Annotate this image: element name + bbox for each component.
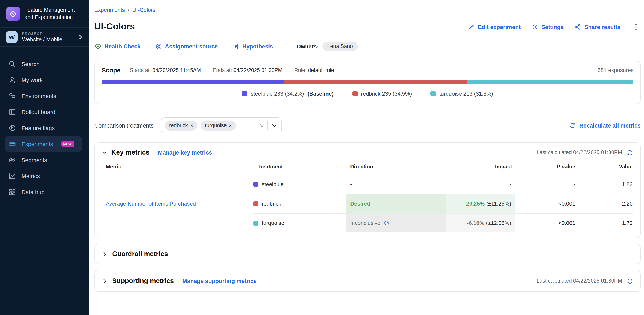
baseline-label: (Baseline) [308, 90, 334, 97]
chevron-right-icon [78, 34, 84, 40]
document-icon [232, 43, 240, 50]
header-actions: Edit experiment Settings Share results [468, 23, 641, 31]
owner-chip[interactable]: Lena Sano [322, 42, 358, 51]
scope-card: Scope Starts at: 04/20/2025 11:45AM Ends… [94, 61, 641, 104]
supporting-metrics-card: Supporting metrics Manage supporting met… [94, 270, 641, 292]
chip-redbrick[interactable]: redbrick× [165, 121, 198, 130]
treatment-cell-redbrick: redbrick [253, 194, 346, 213]
key-metrics-card: Key metrics Manage key metrics Last calc… [94, 142, 641, 238]
scope-ends: Ends at: 04/22/2025 01:30PM [213, 67, 282, 73]
brand-logo-icon [6, 6, 20, 21]
value-cell: 2.20 [579, 194, 634, 213]
sidebar-item-metrics[interactable]: Metrics [0, 168, 89, 184]
sidebar-item-experiments[interactable]: Experiments NEW [5, 136, 82, 152]
value-cell: 1.83 [579, 174, 634, 194]
hypothesis-link[interactable]: Hypothesis [232, 43, 273, 50]
sidebar-item-data-hub[interactable]: Data hub [0, 184, 89, 200]
grid-icon [8, 188, 16, 196]
people-icon [8, 156, 16, 164]
sidebar-item-rollout-board[interactable]: Rollout board [0, 104, 89, 120]
page-title: UI-Colors [94, 21, 135, 31]
share-results-button[interactable]: Share results [575, 23, 620, 30]
flag-icon [8, 124, 16, 132]
comparison-label: Comparison treatments [94, 122, 154, 129]
manage-supporting-metrics-link[interactable]: Manage supporting metrics [182, 278, 257, 284]
share-icon [575, 23, 582, 30]
breadcrumb-experiments[interactable]: Experiments [94, 7, 125, 13]
settings-button[interactable]: Settings [532, 23, 564, 30]
sidebar-nav: Search My work Environments Rollout boar… [0, 47, 89, 200]
scope-title: Scope [102, 66, 120, 74]
sidebar-item-segments[interactable]: Segments [0, 152, 89, 168]
project-avatar: W/ [6, 31, 18, 43]
remove-chip-icon[interactable]: × [190, 122, 193, 129]
exposure-distribution-bar [102, 80, 634, 84]
supporting-metrics-title: Supporting metrics [112, 277, 174, 285]
chevron-down-icon[interactable] [271, 122, 278, 129]
last-calculated-text: Last calculated 04/22/2025 01:30PM [536, 149, 622, 155]
chip-turquoise[interactable]: turquoise× [201, 121, 236, 130]
breadcrumb-current[interactable]: UI-Colors [132, 7, 156, 13]
sidebar-item-search[interactable]: Search [0, 56, 89, 72]
swatch-turquoise [430, 91, 436, 96]
assignment-source-link[interactable]: Assignment source [155, 43, 218, 50]
sidebar-item-environments[interactable]: Environments [0, 88, 89, 104]
p-value-cell: <0.001 [516, 213, 579, 233]
project-switcher[interactable]: W/ PROJECT Website / Mobile [0, 28, 89, 47]
health-check-link[interactable]: Health Check [94, 43, 140, 50]
scope-rule: Rule: default rule [294, 67, 334, 73]
heart-check-icon [94, 43, 102, 50]
user-icon [8, 76, 16, 84]
ruler-icon [8, 140, 16, 148]
refresh-icon[interactable] [626, 277, 634, 285]
recalculate-all-metrics-button[interactable]: Recalculate all metrics [569, 122, 641, 129]
key-metrics-title: Key metrics [111, 149, 150, 156]
edit-experiment-button[interactable]: Edit experiment [468, 23, 521, 30]
bar-segment-redbrick [284, 80, 467, 84]
refresh-icon[interactable] [626, 149, 634, 156]
comparison-row: Comparison treatments redbrick× turquois… [94, 117, 641, 133]
collapse-chevron-down-icon[interactable] [102, 149, 108, 156]
metric-name-cell: Average Number of Items Purchased [102, 174, 253, 233]
brand-header: Feature Management and Experimentation [0, 0, 89, 28]
value-cell: 1.72 [579, 213, 634, 233]
treatment-cell-steelblue: steelblue [253, 174, 346, 194]
question-circle-icon[interactable]: ? [383, 220, 390, 226]
swatch-redbrick [352, 91, 358, 96]
swatch-steelblue [242, 91, 248, 96]
treatment-swatch [253, 182, 258, 187]
remove-chip-icon[interactable]: × [229, 122, 232, 129]
clear-all-icon[interactable]: × [260, 122, 264, 129]
comparison-treatments-select[interactable]: redbrick× turquoise× × [161, 117, 282, 133]
more-options-button[interactable] [631, 23, 641, 31]
direction-cell: - [346, 174, 446, 194]
impact-cell: 20.25%(±11.25%) [446, 194, 516, 213]
impact-cell: - [446, 174, 516, 194]
main-content: Experiments / UI-Colors UI-Colors Edit e… [89, 0, 644, 315]
refresh-icon [569, 122, 576, 129]
expand-chevron-right-icon[interactable] [102, 278, 108, 284]
manage-key-metrics-link[interactable]: Manage key metrics [158, 149, 212, 156]
legend-item-steelblue: steelblue 233 (34.2%) (Baseline) [242, 90, 334, 97]
sidebar-item-feature-flags[interactable]: Feature flags [0, 120, 89, 136]
exposures-count: 681 exposures [598, 67, 634, 73]
meta-row: Health Check Assignment source Hypothesi… [94, 42, 641, 51]
breadcrumb: Experiments / UI-Colors [94, 7, 641, 13]
metric-link[interactable]: Average Number of Items Purchased [106, 200, 196, 207]
app-window: Feature Management and Experimentation W… [0, 0, 644, 315]
treatment-legend: steelblue 233 (34.2%) (Baseline) redbric… [102, 90, 634, 97]
treatment-swatch [253, 201, 258, 206]
p-value-cell: <0.001 [516, 194, 579, 213]
sidebar-item-my-work[interactable]: My work [0, 72, 89, 88]
treatment-swatch [253, 221, 258, 226]
expand-chevron-right-icon[interactable] [102, 251, 108, 257]
chart-line-icon [8, 172, 16, 180]
direction-cell-desired: Desired [346, 194, 446, 213]
new-badge: NEW [61, 141, 74, 147]
environments-icon [8, 92, 16, 100]
project-label: PROJECT [22, 31, 73, 36]
impact-cell: -6.10%(±12.05%) [446, 213, 516, 233]
scope-starts: Starts at: 04/20/2025 11:45AM [130, 67, 201, 73]
last-calculated-text: Last calculated 04/22/2025 01:30PM [536, 278, 622, 284]
app-title: Feature Management and Experimentation [24, 7, 75, 21]
